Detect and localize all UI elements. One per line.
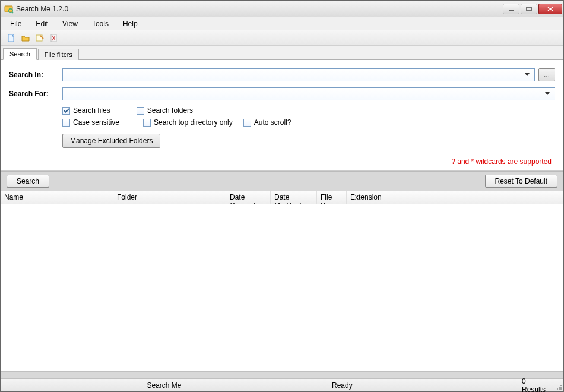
tab-row: Search File filters bbox=[1, 46, 563, 60]
toolbar bbox=[1, 30, 563, 46]
checkbox-label: Auto scroll? bbox=[254, 118, 291, 127]
menu-tools[interactable]: Tools bbox=[86, 18, 115, 29]
window-controls bbox=[502, 4, 562, 14]
results-table-header: Name Folder Date Created Date Modified F… bbox=[1, 191, 563, 204]
minimize-button[interactable] bbox=[503, 4, 519, 14]
menubar: File Edit View Tools Help bbox=[1, 17, 563, 30]
menu-view[interactable]: View bbox=[56, 18, 84, 29]
checkbox-label: Search files bbox=[73, 106, 110, 115]
wildcard-hint: ? and * wildcards are supported bbox=[9, 157, 555, 166]
action-bar: Search Reset To Default bbox=[1, 171, 563, 191]
browse-label: ... bbox=[544, 71, 550, 79]
app-window: Search Me 1.2.0 File Edit View Tools Hel… bbox=[0, 0, 564, 392]
column-date-created[interactable]: Date Created bbox=[226, 191, 271, 204]
tab-file-filters[interactable]: File filters bbox=[38, 49, 79, 60]
checkbox-case-sensitive[interactable]: Case sensitive bbox=[62, 118, 119, 127]
column-extension[interactable]: Extension bbox=[347, 191, 563, 204]
bottom-divider bbox=[1, 371, 563, 378]
checkbox-icon bbox=[243, 119, 251, 127]
chevron-down-icon bbox=[522, 73, 532, 77]
svg-line-2 bbox=[12, 12, 13, 13]
search-in-label: Search In: bbox=[9, 71, 59, 79]
checkbox-label: Search top directory only bbox=[154, 118, 233, 127]
titlebar: Search Me 1.2.0 bbox=[1, 1, 563, 17]
window-title: Search Me 1.2.0 bbox=[16, 5, 502, 13]
column-file-size[interactable]: File Size bbox=[317, 191, 347, 204]
checkbox-search-top-only[interactable]: Search top directory only bbox=[143, 118, 233, 127]
reset-default-button[interactable]: Reset To Default bbox=[485, 175, 558, 188]
results-body[interactable] bbox=[1, 204, 563, 371]
column-name[interactable]: Name bbox=[1, 191, 113, 204]
maximize-button[interactable] bbox=[521, 4, 537, 14]
checkbox-auto-scroll[interactable]: Auto scroll? bbox=[243, 118, 291, 127]
checkbox-search-folders[interactable]: Search folders bbox=[137, 106, 193, 115]
app-icon bbox=[4, 4, 14, 14]
search-in-combo[interactable] bbox=[62, 68, 535, 81]
svg-point-17 bbox=[559, 387, 560, 388]
status-results: 0 Results bbox=[518, 379, 554, 391]
menu-file[interactable]: File bbox=[4, 18, 27, 29]
svg-point-18 bbox=[560, 385, 562, 386]
search-for-label: Search For: bbox=[9, 90, 59, 98]
svg-point-16 bbox=[557, 388, 558, 390]
chevron-down-icon bbox=[543, 92, 552, 96]
clear-icon[interactable] bbox=[48, 32, 60, 44]
search-panel: Search In: ... Search For: bbox=[1, 60, 563, 171]
svg-point-13 bbox=[560, 388, 562, 390]
status-state: Ready bbox=[328, 379, 518, 391]
svg-point-15 bbox=[560, 387, 562, 388]
checkbox-icon bbox=[143, 119, 151, 127]
checkbox-icon bbox=[137, 107, 144, 115]
menu-help[interactable]: Help bbox=[117, 18, 144, 29]
open-folder-icon[interactable] bbox=[20, 32, 31, 44]
svg-rect-4 bbox=[527, 7, 531, 11]
checkbox-label: Case sensitive bbox=[73, 118, 119, 127]
edit-note-icon[interactable] bbox=[34, 32, 46, 44]
manage-excluded-button[interactable]: Manage Excluded Folders bbox=[62, 134, 160, 148]
checkbox-label: Search folders bbox=[147, 106, 193, 115]
close-button[interactable] bbox=[538, 4, 562, 14]
svg-point-14 bbox=[559, 388, 560, 390]
checkbox-search-files[interactable]: Search files bbox=[62, 106, 110, 115]
search-button[interactable]: Search bbox=[7, 175, 49, 188]
search-for-combo[interactable] bbox=[62, 87, 555, 100]
column-folder[interactable]: Folder bbox=[113, 191, 226, 204]
new-file-icon[interactable] bbox=[5, 32, 17, 44]
status-app: Search Me bbox=[1, 379, 328, 391]
checkbox-icon bbox=[62, 107, 70, 115]
tab-search[interactable]: Search bbox=[3, 48, 37, 60]
statusbar: Search Me Ready 0 Results bbox=[1, 378, 563, 391]
checkbox-icon bbox=[62, 119, 70, 127]
menu-edit[interactable]: Edit bbox=[30, 18, 54, 29]
browse-button[interactable]: ... bbox=[538, 68, 555, 81]
resize-grip-icon[interactable] bbox=[554, 379, 563, 391]
column-date-modified[interactable]: Date Modified bbox=[271, 191, 317, 204]
